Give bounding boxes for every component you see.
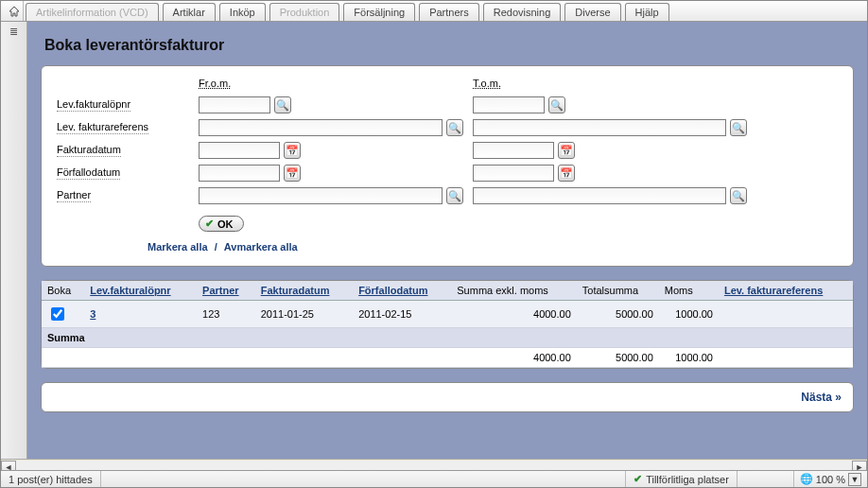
col-to-label: T.o.m.: [473, 78, 747, 91]
search-icon[interactable]: 🔍: [274, 96, 291, 113]
cell-fdatum: 2011-01-25: [255, 301, 353, 328]
table-row: 3 123 2011-01-25 2011-02-15 4000.00 5000…: [42, 301, 853, 328]
th-sumexkl: Summa exkl. moms: [451, 281, 577, 301]
mark-all-link[interactable]: Markera alla: [148, 241, 208, 253]
partner-to-input[interactable]: [473, 187, 726, 204]
calendar-icon[interactable]: 📅: [558, 142, 575, 159]
search-icon[interactable]: 🔍: [548, 96, 565, 113]
calendar-icon[interactable]: 📅: [284, 142, 301, 159]
th-ref[interactable]: Lev. fakturareferens: [724, 285, 823, 296]
next-link[interactable]: Nästa »: [801, 391, 842, 404]
ok-label: OK: [217, 218, 234, 230]
label-forfallo: Förfallodatum: [57, 166, 120, 180]
results-table: Boka Lev.fakturalöpnr Partner Fakturadat…: [42, 281, 853, 368]
cell-totsum: 5000.00: [577, 301, 659, 328]
label-lopnr: Lev.fakturalöpnr: [57, 98, 130, 112]
sum-sumexkl: 4000.00: [451, 348, 577, 368]
boka-checkbox[interactable]: [51, 307, 64, 321]
tab-artikelinformation-vcd-: Artikelinformation (VCD): [26, 3, 159, 21]
th-moms: Moms: [659, 281, 719, 301]
cell-lopnr[interactable]: 3: [90, 308, 95, 320]
status-trusted: ✔ Tillförlitliga platser: [626, 471, 738, 487]
home-icon[interactable]: [5, 1, 24, 21]
globe-icon: 🌐: [800, 473, 813, 485]
label-ref: Lev. fakturareferens: [57, 121, 148, 134]
th-totsum: Totalsumma: [577, 281, 659, 301]
tab-partners[interactable]: Partners: [419, 3, 479, 21]
th-fdatum[interactable]: Fakturadatum: [261, 285, 330, 296]
gutter-icon[interactable]: ≣: [7, 26, 22, 37]
tab-redovisning[interactable]: Redovisning: [483, 3, 562, 21]
th-partner[interactable]: Partner: [202, 285, 239, 296]
cell-sumexkl: 4000.00: [451, 301, 577, 328]
col-from-label: Fr.o.m.: [199, 78, 463, 91]
search-icon[interactable]: 🔍: [446, 119, 463, 136]
tab-diverse[interactable]: Diverse: [564, 3, 620, 21]
status-bar: 1 post(er) hittades ✔ Tillförlitliga pla…: [1, 470, 867, 487]
next-panel: Nästa »: [41, 382, 854, 412]
top-menu-bar: Artikelinformation (VCD)ArtiklarInköpPro…: [1, 1, 867, 22]
sum-label-row: Summa: [42, 328, 853, 348]
forfallo-to-input[interactable]: [473, 165, 554, 182]
sum-label: Summa: [42, 328, 853, 348]
tab-artiklar[interactable]: Artiklar: [163, 3, 216, 21]
tab-f-rs-ljning[interactable]: Försäljning: [343, 3, 415, 21]
main-panel: Boka leverantörsfakturor Fr.o.m. T.o.m. …: [27, 22, 867, 459]
select-links: Markera alla / Avmarkera alla: [148, 241, 838, 253]
cell-ref: [719, 301, 853, 328]
search-icon[interactable]: 🔍: [730, 187, 747, 204]
unmark-all-link[interactable]: Avmarkera alla: [224, 241, 298, 253]
tab-ink-p[interactable]: Inköp: [219, 3, 266, 21]
tab-produktion: Produktion: [269, 3, 340, 21]
lopnr-from-input[interactable]: [199, 96, 270, 113]
label-fdatum: Fakturadatum: [57, 144, 121, 157]
cell-moms: 1000.00: [659, 301, 719, 328]
sum-row: 4000.00 5000.00 1000.00: [42, 348, 853, 368]
filter-panel: Fr.o.m. T.o.m. Lev.fakturalöpnr 🔍 🔍 Lev.…: [41, 65, 854, 267]
th-forfallo[interactable]: Förfallodatum: [358, 285, 427, 296]
zoom-dropdown-icon[interactable]: ▼: [848, 473, 861, 486]
ref-to-input[interactable]: [473, 119, 726, 136]
tab-hj-lp[interactable]: Hjälp: [625, 3, 669, 21]
results-panel: Boka Lev.fakturalöpnr Partner Fakturadat…: [41, 280, 854, 369]
calendar-icon[interactable]: 📅: [558, 165, 575, 182]
status-progress: [738, 471, 794, 487]
sum-moms: 1000.00: [659, 348, 719, 368]
th-lopnr[interactable]: Lev.fakturalöpnr: [90, 285, 170, 296]
calendar-icon[interactable]: 📅: [284, 165, 301, 182]
sum-totsum: 5000.00: [577, 348, 659, 368]
lopnr-to-input[interactable]: [473, 96, 545, 113]
left-gutter: ≣: [1, 22, 27, 459]
zoom-value: 100 %: [816, 474, 845, 485]
forfallo-from-input[interactable]: [199, 165, 280, 182]
check-icon: ✔: [205, 218, 214, 230]
search-icon[interactable]: 🔍: [446, 187, 463, 204]
fdatum-from-input[interactable]: [199, 142, 280, 159]
content-area: ≣ Boka leverantörsfakturor Fr.o.m. T.o.m…: [1, 22, 867, 459]
check-icon: ✔: [634, 473, 642, 485]
label-partner: Partner: [57, 189, 91, 202]
partner-from-input[interactable]: [199, 187, 443, 204]
cell-forfallo: 2011-02-15: [353, 301, 451, 328]
fdatum-to-input[interactable]: [473, 142, 554, 159]
status-posts: 1 post(er) hittades: [1, 471, 101, 487]
zoom-control: 🌐 100 % ▼: [794, 473, 867, 486]
ok-button[interactable]: ✔ OK: [199, 216, 244, 232]
th-boka: Boka: [42, 281, 84, 301]
page-title: Boka leverantörsfakturor: [44, 37, 854, 54]
cell-partner: 123: [197, 301, 255, 328]
search-icon[interactable]: 🔍: [730, 119, 747, 136]
ref-from-input[interactable]: [199, 119, 443, 136]
